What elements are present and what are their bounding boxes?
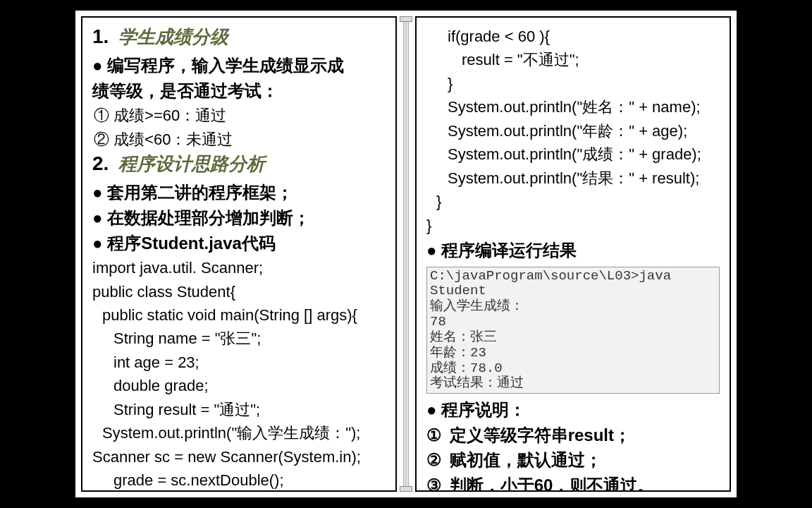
output-line: 78 [430,315,716,330]
document-page: 1. 学生成绩分级 ● 编写程序，输入学生成绩显示成 绩等级，是否通过考试： ①… [75,11,737,497]
circled-number: ① [426,423,445,447]
code-line: System.out.println("成绩：" + grade); [426,143,720,166]
code-line: String result = "通过"; [92,398,386,421]
code-line: System.out.println("年龄：" + age); [426,119,720,143]
section-2-heading: 2. 程序设计思路分析 [92,152,386,176]
divider-cap-icon [400,486,412,492]
rule-pass: ① 成绩>=60：通过 [94,104,386,128]
explanation-item: ② 赋初值，默认通过； [426,448,720,472]
task-desc-line2: 绩等级，是否通过考试： [92,79,386,103]
code-line: } [426,190,720,213]
divider-cap-icon [400,16,412,22]
output-line: 姓名：张三 [430,330,716,346]
circled-number: ③ [426,473,445,492]
explanation-heading: ● 程序说明： [426,398,720,422]
heading-number: 1. [92,25,109,47]
explanation-text: 判断，小于60，则不通过。 [450,476,655,492]
code-line: } [426,214,720,237]
code-line: } [426,72,720,95]
code-line: System.out.println("姓名：" + name); [426,95,720,119]
column-divider [400,11,412,497]
output-line: 输入学生成绩： [430,299,716,315]
explanation-item: ③ 判断，小于60，则不通过。 [426,473,720,492]
output-line: C:\javaProgram\source\L03>java Student [430,269,716,300]
code-line: if(grade < 60 ){ [426,25,720,48]
task-desc-line1: ● 编写程序，输入学生成绩显示成 [92,54,386,78]
code-line: result = "不通过"; [426,48,720,71]
circled-number: ② [426,448,445,472]
code-line: System.out.println("输入学生成绩："); [92,421,386,445]
code-line: public static void main(String [] args){ [92,303,386,327]
explanation-text: 赋初值，默认通过； [450,450,602,469]
design-point-1: ● 套用第二讲的程序框架； [92,181,386,205]
code-heading: ● 程序Student.java代码 [92,231,386,255]
heading-text: 学生成绩分级 [118,26,228,47]
output-heading: ● 程序编译运行结果 [426,238,720,262]
explanation-text: 定义等级字符串result； [450,425,631,445]
output-line: 成绩：78.0 [430,361,716,377]
divider-rail [403,22,409,486]
code-line: int age = 23; [92,351,386,374]
explanation-item: ① 定义等级字符串result； [426,423,720,447]
output-line: 考试结果：通过 [430,376,716,392]
section-1-heading: 1. 学生成绩分级 [92,25,386,49]
design-point-2: ● 在数据处理部分增加判断； [92,206,386,230]
heading-text: 程序设计思路分析 [118,153,265,174]
code-line: double grade; [92,374,386,397]
code-line: String name = "张三"; [92,327,386,350]
output-line: 年龄：23 [430,346,716,361]
code-line: import java.util. Scanner; [92,256,386,279]
left-column: 1. 学生成绩分级 ● 编写程序，输入学生成绩显示成 绩等级，是否通过考试： ①… [81,16,397,492]
right-column: if(grade < 60 ){ result = "不通过"; } Syste… [415,16,731,492]
console-output: C:\javaProgram\source\L03>java Student 输… [426,267,720,394]
code-line: Scanner sc = new Scanner(System.in); [92,445,386,468]
code-line: public class Student{ [92,280,386,303]
rule-fail: ② 成绩<60：未通过 [94,128,386,152]
code-line: grade = sc.nextDouble(); [92,468,386,492]
code-line: System.out.println("结果：" + result); [426,167,720,190]
heading-number: 2. [92,152,109,174]
